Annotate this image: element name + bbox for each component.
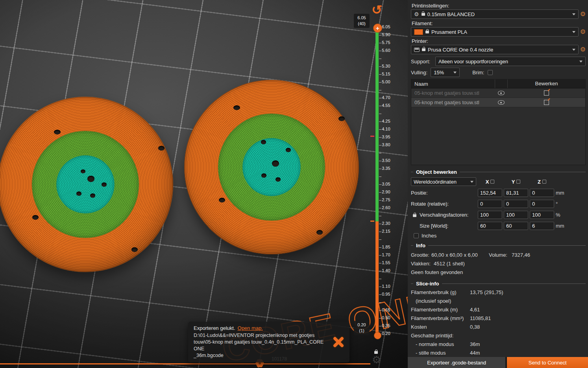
visibility-eye-icon[interactable]: [495, 91, 507, 95]
gear-icon[interactable]: ⚙: [372, 354, 381, 366]
layer-slider-track[interactable]: [375, 28, 379, 336]
axis-x-icon: [490, 180, 494, 184]
object-z-input[interactable]: [530, 211, 554, 219]
object-edit-title: Object bewerken: [411, 169, 586, 175]
inches-checkbox[interactable]: [414, 233, 419, 238]
print-settings-value: 0.15mm BALANCED: [427, 11, 475, 17]
object-z-input[interactable]: [530, 200, 554, 208]
screw-hole: [81, 169, 85, 173]
action-bar: Exporteer .gcode-bestand Send to Connect: [408, 357, 588, 368]
edit-object-icon[interactable]: [507, 100, 585, 105]
undo-arrow-icon[interactable]: ↺: [372, 2, 382, 17]
object-row[interactable]: 05-knop met gaatjes touw.stl: [411, 88, 585, 98]
slice-info-value: 36m: [470, 341, 586, 348]
toast-path-line: D:\01-Ludo\&&=INVENTOR projecten\knop me…: [194, 332, 327, 339]
layer-slider-upper-handle[interactable]: +: [373, 24, 382, 33]
infill-select[interactable]: 15%: [431, 68, 460, 77]
object-x-input[interactable]: [478, 211, 502, 219]
layer-tick: –1.70: [379, 252, 401, 257]
layer-slider-top-value: 6.05(40): [354, 14, 370, 28]
slice-info-value: 11085,81: [470, 315, 586, 322]
info-title: Info: [411, 243, 586, 248]
screw-hole: [76, 191, 81, 196]
uniform-scale-lock-icon[interactable]: [413, 214, 416, 217]
layer-tick: –5.15: [379, 72, 401, 76]
printer-gear-button[interactable]: ⚙: [580, 46, 586, 53]
layer-slider-green-range: [375, 28, 379, 221]
layer-tick: –2.15: [379, 229, 401, 234]
layer-tick: –3.50: [379, 158, 401, 163]
layer-tick: –4.70: [379, 95, 401, 100]
print-settings-select[interactable]: ⚙ 0.15mm BALANCED: [411, 9, 579, 19]
printer-select[interactable]: Prusa CORE One 0.4 nozzle: [411, 45, 579, 54]
object-x-input[interactable]: [478, 222, 502, 230]
3d-viewport[interactable]: CORE ONE 101178 Exporteren gelukt.Open m…: [0, 0, 408, 368]
coordinate-system-select[interactable]: Wereldcoördinaten: [411, 177, 476, 186]
close-icon[interactable]: [331, 335, 346, 349]
chevron-down-icon: [579, 61, 582, 64]
layer-tick: –1.85: [379, 245, 401, 249]
toast-path-line: touw\05-knop met gaatjes touw_0.4n_0.15m…: [194, 339, 327, 352]
object-y-input[interactable]: [504, 222, 528, 230]
layer-tick: –5.00: [379, 79, 401, 84]
export-gcode-button[interactable]: Exporteer .gcode-bestand: [408, 357, 505, 368]
print-object-right[interactable]: [184, 80, 359, 254]
slice-info-label: - normale modus: [411, 341, 470, 348]
object-y-input[interactable]: [504, 200, 528, 208]
unit-label: °: [556, 201, 568, 207]
lock-icon: [422, 48, 425, 51]
chevron-down-icon: [572, 13, 575, 17]
filament-gear-button[interactable]: ⚙: [580, 29, 586, 35]
object-y-input[interactable]: [504, 211, 528, 219]
layer-tick: –: [379, 213, 401, 218]
layer-slider-lower-handle[interactable]: [374, 332, 381, 339]
chevron-down-icon: [453, 72, 457, 75]
chevron-down-icon: [470, 181, 473, 184]
layer-tick: –4.10: [379, 127, 401, 131]
print-object-left[interactable]: [0, 97, 173, 272]
edit-object-icon[interactable]: [507, 90, 585, 96]
layer-tick: –2.30: [379, 221, 401, 226]
object-x-input[interactable]: [478, 200, 502, 208]
screw-hole: [32, 215, 39, 220]
send-to-connect-button[interactable]: Send to Connect: [507, 357, 588, 368]
screw-hole: [276, 177, 281, 182]
object-x-input[interactable]: [478, 189, 502, 197]
slice-info-value: 0,38: [470, 324, 586, 330]
support-select[interactable]: Alleen voor supportforceringen: [435, 57, 586, 66]
slice-info-label: (inclusief spoel): [411, 298, 470, 304]
unit-label: mm: [556, 190, 568, 196]
object-z-input[interactable]: [530, 189, 554, 197]
layer-slider-bottom-value: 0.20(1): [354, 321, 370, 335]
printer-value: Prusa CORE One 0.4 nozzle: [428, 47, 493, 53]
print-settings-gear-button[interactable]: ⚙: [580, 11, 586, 17]
object-y-input[interactable]: [504, 189, 528, 197]
layer-tick: –1.40: [379, 268, 401, 273]
layer-tick: –1.55: [379, 260, 401, 265]
lock-icon[interactable]: [374, 351, 378, 354]
screw-hole: [219, 198, 225, 202]
layer-tick: –3.05: [379, 182, 401, 186]
object-z-input[interactable]: [530, 222, 554, 230]
horizontal-move-slider-track[interactable]: [0, 363, 370, 364]
screw-hole: [90, 193, 95, 198]
layer-tick: –3.35: [379, 166, 401, 171]
object-list-header: Naam Bewerken: [411, 79, 585, 88]
visibility-eye-icon[interactable]: [495, 100, 507, 105]
screw-hole: [261, 140, 266, 144]
layer-tick: –4.25: [379, 119, 401, 123]
brim-checkbox[interactable]: [488, 70, 493, 75]
slice-info-label: Filamentverbruik (mm³): [411, 315, 470, 322]
layer-tick: –0.20: [379, 331, 401, 336]
layer-tick: –: [379, 174, 401, 178]
layer-tick: –5.90: [379, 32, 401, 37]
lock-icon: [425, 31, 429, 33]
filament-color-swatch: [414, 29, 423, 35]
object-teal-hub: [242, 138, 301, 196]
printer-label: Printer:: [412, 38, 586, 44]
object-row[interactable]: 05-knop met gaatjes touw.stl: [411, 98, 585, 107]
coordinate-system-value: Wereldcoördinaten: [414, 179, 457, 185]
filament-select[interactable]: Prusament PLA: [411, 27, 579, 37]
layer-tick: –2.90: [379, 190, 401, 194]
open-map-link[interactable]: Open map.: [238, 325, 263, 331]
